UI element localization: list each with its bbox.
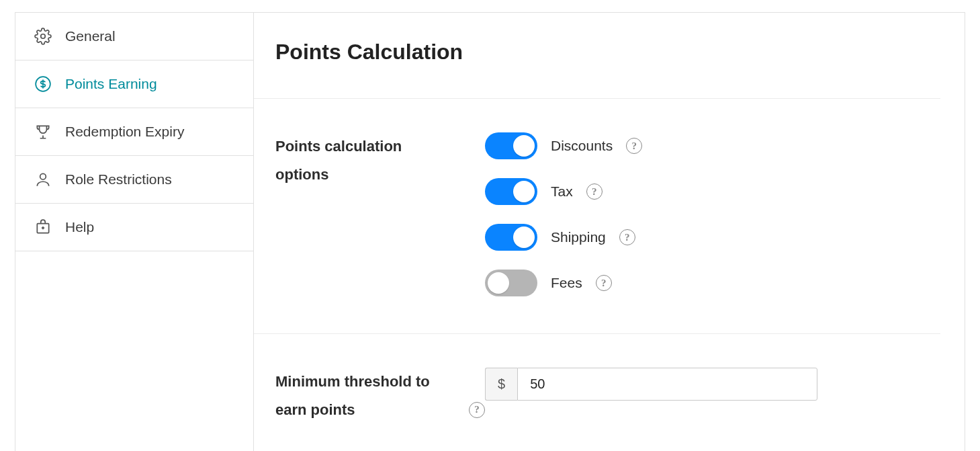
currency-prefix: $ — [485, 368, 517, 401]
toggle-row-discounts: Discounts ? — [485, 132, 940, 159]
toggle-discounts[interactable] — [485, 132, 537, 159]
sidebar-item-general[interactable]: General — [15, 13, 253, 60]
dollar-circle-icon — [34, 75, 52, 93]
sidebar-item-redemption-expiry[interactable]: Redemption Expiry — [15, 108, 253, 156]
sidebar-item-label: General — [65, 28, 116, 44]
toggle-row-tax: Tax ? — [485, 178, 940, 205]
section-content: $ — [485, 368, 940, 424]
page-title: Points Calculation — [254, 40, 940, 99]
sidebar-item-help[interactable]: Help — [15, 204, 253, 251]
help-icon[interactable]: ? — [626, 138, 642, 154]
sidebar-item-points-earning[interactable]: Points Earning — [15, 60, 253, 108]
svg-point-0 — [41, 34, 46, 39]
section-label: Minimum threshold to earn points ? — [275, 368, 485, 424]
toggle-fees[interactable] — [485, 270, 537, 296]
section-calculation-options: Points calculation options Discounts ? T… — [254, 99, 940, 334]
main-content: Points Calculation Points calculation op… — [254, 13, 965, 451]
sidebar-item-label: Help — [65, 219, 94, 235]
toggle-label: Fees — [551, 275, 582, 291]
toggle-shipping[interactable] — [485, 224, 537, 251]
threshold-input-wrap: $ — [485, 368, 817, 401]
help-icon[interactable]: ? — [469, 402, 485, 418]
toggle-tax[interactable] — [485, 178, 537, 205]
toggle-label: Tax — [551, 183, 573, 200]
section-label: Points calculation options — [275, 132, 485, 296]
svg-point-2 — [40, 173, 46, 179]
help-bag-icon — [34, 218, 52, 236]
help-icon[interactable]: ? — [596, 275, 612, 291]
sidebar-item-label: Points Earning — [65, 76, 157, 92]
gear-icon — [34, 28, 52, 45]
threshold-input[interactable] — [517, 368, 817, 401]
toggle-row-fees: Fees ? — [485, 270, 940, 296]
sidebar: General Points Earning Redemption Expiry… — [15, 13, 254, 451]
person-icon — [34, 171, 52, 188]
settings-panel: General Points Earning Redemption Expiry… — [15, 12, 965, 451]
toggle-row-shipping: Shipping ? — [485, 224, 940, 251]
sidebar-item-role-restrictions[interactable]: Role Restrictions — [15, 156, 253, 204]
sidebar-item-label: Redemption Expiry — [65, 124, 184, 140]
section-min-threshold: Minimum threshold to earn points ? $ — [254, 334, 940, 424]
trophy-icon — [34, 123, 52, 140]
sidebar-item-label: Role Restrictions — [65, 171, 172, 188]
section-content: Discounts ? Tax ? Shipping ? Fees ? — [485, 132, 940, 296]
toggle-label: Discounts — [551, 138, 613, 154]
help-icon[interactable]: ? — [586, 183, 603, 200]
help-icon[interactable]: ? — [619, 229, 635, 245]
toggle-label: Shipping — [551, 229, 606, 245]
